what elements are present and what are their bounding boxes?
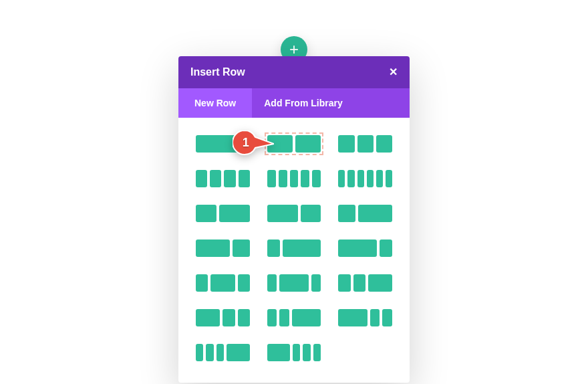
layout-option-column: [382, 309, 392, 326]
layout-option-column: [196, 274, 208, 292]
layout-option-column: [210, 170, 221, 187]
layout-option-column: [238, 309, 250, 326]
layout-option-column: [196, 135, 250, 153]
layout-option-2_5__3_5[interactable]: [193, 202, 253, 225]
layout-option-column: [380, 239, 392, 257]
layout-option-column: [338, 309, 368, 326]
layout-option-1_2__1_6x3[interactable]: [265, 341, 324, 364]
layout-option-column: [367, 170, 374, 187]
layout-option-1_1[interactable]: [193, 132, 253, 155]
layout-option-1_4__1_2__1_4[interactable]: [193, 272, 253, 294]
layout-option-2_3__1_3[interactable]: [193, 237, 253, 260]
layout-option-column: [196, 205, 216, 222]
layout-option-column: [313, 344, 321, 361]
layout-option-column: [338, 205, 355, 222]
tab-add-from-library[interactable]: Add From Library: [252, 88, 354, 118]
layout-option-column: [196, 344, 203, 361]
layout-option-column: [267, 274, 277, 292]
layout-option-1_2__1_2[interactable]: [265, 132, 324, 155]
layout-option-column: [376, 170, 383, 187]
layout-option-column: [312, 170, 321, 187]
layout-option-column: [206, 344, 213, 361]
layout-option-column: [295, 135, 321, 153]
layout-option-column: [196, 170, 207, 187]
layout-option-column: [311, 274, 321, 292]
layout-option-column: [279, 274, 309, 292]
layout-option-column: [292, 309, 321, 326]
tab-new-row[interactable]: New Row: [178, 88, 252, 118]
layout-option-column: [301, 170, 309, 187]
layout-option-column: [238, 274, 250, 292]
layout-option-column: [368, 274, 392, 292]
layout-option-column: [267, 309, 277, 326]
close-icon[interactable]: ✕: [389, 67, 398, 78]
layout-option-column: [267, 344, 290, 361]
layout-option-column: [223, 309, 235, 326]
layout-option-column: [303, 344, 310, 361]
layout-option-column: [358, 205, 392, 222]
modal-tabs: New Row Add From Library: [178, 88, 410, 118]
layout-option-column: [267, 239, 280, 257]
row-layout-grid: [193, 132, 395, 364]
layout-option-1_4__1_4__1_2[interactable]: [335, 272, 395, 294]
layout-option-column: [338, 239, 377, 257]
layout-option-column: [239, 170, 250, 187]
layout-option-1_3__2_3[interactable]: [335, 202, 395, 225]
layout-option-column: [370, 309, 380, 326]
layout-option-column: [357, 135, 374, 153]
layout-option-column: [216, 344, 224, 361]
layout-option-column: [196, 239, 230, 257]
layout-option-1_3__1_3__1_3[interactable]: [335, 132, 395, 155]
layout-option-1_5__3_5__1_5[interactable]: [265, 272, 324, 294]
layout-option-column: [347, 170, 354, 187]
layout-option-3_5__2_5[interactable]: [265, 202, 324, 225]
layout-option-column: [267, 135, 293, 153]
layout-option-column: [293, 344, 300, 361]
modal-header: Insert Row ✕: [178, 56, 410, 88]
layout-option-column: [227, 344, 249, 361]
layout-option-column: [357, 170, 364, 187]
layout-option-column: [338, 170, 345, 187]
layout-option-1_5__1_5__3_5[interactable]: [265, 306, 324, 329]
layout-option-1_4__3_4[interactable]: [265, 237, 324, 260]
layout-option-column: [279, 170, 287, 187]
layout-option-3_4__1_4[interactable]: [335, 237, 395, 260]
layout-option-column: [376, 135, 392, 153]
layout-option-1_4x4[interactable]: [193, 167, 253, 190]
layout-option-column: [283, 239, 321, 257]
layout-option-column: [386, 170, 392, 187]
layout-option-1_6x6[interactable]: [335, 167, 395, 190]
layout-option-column: [301, 205, 321, 222]
modal-title: Insert Row: [190, 66, 245, 78]
layout-option-column: [290, 170, 299, 187]
layout-option-column: [267, 170, 276, 187]
layout-option-column: [338, 135, 354, 153]
layout-option-1_6x3__1_2[interactable]: [193, 341, 253, 364]
layout-option-column: [279, 309, 289, 326]
layout-option-column: [338, 274, 350, 292]
layout-option-column: [267, 205, 298, 222]
layout-option-1_5x5[interactable]: [265, 167, 324, 190]
layout-option-column: [233, 239, 250, 257]
layout-option-column: [219, 205, 250, 222]
layout-option-column: [353, 274, 365, 292]
layout-option-3_5__1_5__1_5[interactable]: [335, 306, 395, 329]
layout-option-1_2__1_4__1_4[interactable]: [193, 306, 253, 329]
insert-row-modal: Insert Row ✕ New Row Add From Library: [178, 56, 410, 383]
layout-option-column: [224, 170, 235, 187]
layout-option-column: [210, 274, 235, 292]
layout-option-column: [196, 309, 220, 326]
modal-body: [178, 118, 410, 383]
